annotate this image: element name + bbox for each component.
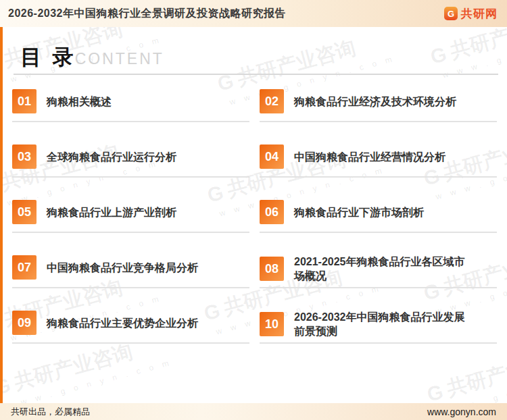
- toc-item: 06 狗粮食品行业下游市场剖析: [260, 199, 497, 255]
- watermark-url: w w w . g o n y n . c o m: [441, 26, 507, 80]
- toc-item-number: 05: [12, 200, 37, 224]
- header-bar: 2026-2032年中国狗粮行业全景调研及投资战略研究报告 G 共研网: [0, 0, 507, 27]
- toc-item-label: 中国狗粮食品行业竞争格局分析: [47, 261, 198, 275]
- toc-item: 09 狗粮食品行业主要优势企业分析: [12, 310, 249, 365]
- toc-item-label: 2026-2032年中国狗粮食品行业发展前景预测: [294, 310, 466, 338]
- toc-item-number: 08: [260, 257, 284, 281]
- toc-item-label: 狗粮相关概述: [47, 95, 112, 109]
- toc-item: 05 狗粮食品行业上游产业剖析: [12, 199, 249, 255]
- toc-item-number: 04: [260, 145, 284, 169]
- toc-item: 01 狗粮相关概述: [12, 88, 249, 144]
- toc-item-divider: [260, 176, 497, 178]
- toc-item-divider: [260, 232, 497, 233]
- toc-item-divider: [12, 176, 249, 178]
- toc-item-divider: [260, 287, 497, 288]
- toc-item-label: 狗粮食品行业主要优势企业分析: [47, 316, 198, 330]
- toc-item-label: 2021-2025年狗粮食品行业各区域市场概况: [294, 255, 466, 283]
- watermark-g-icon: G: [428, 42, 449, 68]
- page-subtitle: CONTENT: [75, 50, 164, 68]
- toc-item-divider: [260, 342, 497, 344]
- toc-item: 08 2021-2025年狗粮食品行业各区域市场概况: [260, 255, 497, 310]
- toc-item-label: 全球狗粮食品行业运行分析: [47, 150, 176, 164]
- toc-title-block: 目 录 CONTENT: [20, 43, 164, 72]
- brand-name: 共研网: [461, 6, 498, 22]
- toc-item-divider: [12, 287, 249, 288]
- toc-item-divider: [260, 121, 497, 122]
- toc-item-number: 07: [12, 255, 37, 280]
- toc-item-number: 06: [260, 200, 284, 224]
- toc-item-label: 狗粮食品行业上游产业剖析: [47, 205, 176, 219]
- toc-item-divider: [12, 232, 249, 233]
- toc-item-number: 01: [12, 89, 37, 113]
- watermark-g-icon: G: [425, 379, 445, 406]
- toc-item-number: 09: [12, 311, 37, 335]
- footer-slogan: 共研出品，必属精品: [11, 406, 90, 418]
- toc-item-label: 狗粮食品行业经济及技术环境分析: [294, 95, 456, 109]
- toc-item-number: 03: [12, 145, 37, 169]
- toc-item-label: 狗粮食品行业下游市场剖析: [294, 205, 424, 219]
- toc-item: 02 狗粮食品行业经济及技术环境分析: [260, 88, 497, 144]
- toc-item: 04 中国狗粮食品行业经营情况分析: [260, 144, 497, 199]
- toc-item: 03 全球狗粮食品行业运行分析: [12, 144, 249, 199]
- toc-item-number: 02: [260, 89, 284, 113]
- toc-item-divider: [12, 121, 249, 122]
- page-title: 目 录: [20, 43, 76, 72]
- toc-item-divider: [12, 342, 249, 344]
- toc-item-number: 10: [260, 312, 284, 336]
- toc-list: 01 狗粮相关概述 02 狗粮食品行业经济及技术环境分析 03 全球狗粮食品行业…: [12, 88, 497, 365]
- toc-item: 07 中国狗粮食品行业竞争格局分析: [12, 255, 249, 310]
- toc-item-label: 中国狗粮食品行业经营情况分析: [294, 150, 445, 164]
- left-accent-bar: [0, 27, 3, 403]
- report-title: 2026-2032年中国狗粮行业全景调研及投资战略研究报告: [8, 7, 286, 21]
- toc-item: 10 2026-2032年中国狗粮食品行业发展前景预测: [260, 310, 497, 365]
- watermark-brand: 共研产业咨询: [234, 34, 358, 93]
- brand-logo: G 共研网: [444, 6, 498, 22]
- footer-website: www.gonyn.com: [427, 406, 496, 417]
- footer-bar: 共研出品，必属精品 www.gonyn.com: [0, 403, 507, 420]
- brand-g-icon: G: [444, 7, 458, 20]
- title-divider: [14, 74, 498, 75]
